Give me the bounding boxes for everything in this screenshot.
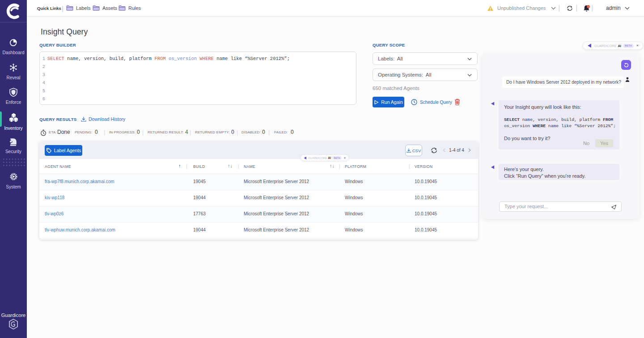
svg-text:99: 99	[587, 5, 589, 8]
